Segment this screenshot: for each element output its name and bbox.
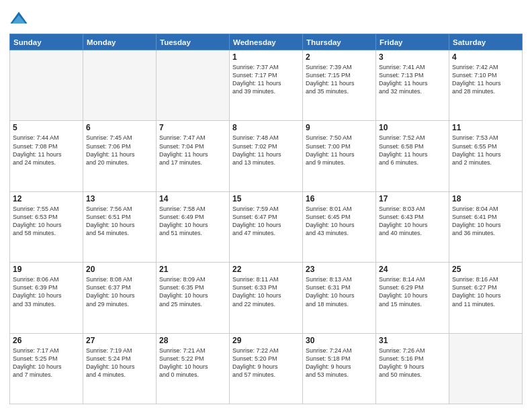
day-number: 25 bbox=[452, 265, 519, 274]
calendar-cell: 4Sunrise: 7:42 AM Sunset: 7:10 PM Daylig… bbox=[449, 50, 523, 121]
calendar-cell: 20Sunrise: 8:08 AM Sunset: 6:37 PM Dayli… bbox=[83, 263, 157, 333]
week-row-2: 5Sunrise: 7:44 AM Sunset: 7:08 PM Daylig… bbox=[10, 121, 523, 191]
calendar-cell: 9Sunrise: 7:50 AM Sunset: 7:00 PM Daylig… bbox=[303, 121, 376, 191]
day-number: 4 bbox=[452, 52, 519, 62]
day-info: Sunrise: 7:52 AM Sunset: 6:58 PM Dayligh… bbox=[379, 134, 446, 167]
day-info: Sunrise: 7:21 AM Sunset: 5:22 PM Dayligh… bbox=[159, 347, 226, 379]
day-info: Sunrise: 8:01 AM Sunset: 6:45 PM Dayligh… bbox=[306, 205, 373, 238]
calendar-cell: 7Sunrise: 7:47 AM Sunset: 7:04 PM Daylig… bbox=[157, 121, 230, 191]
calendar-cell: 11Sunrise: 7:53 AM Sunset: 6:55 PM Dayli… bbox=[449, 121, 523, 191]
day-info: Sunrise: 7:44 AM Sunset: 7:08 PM Dayligh… bbox=[13, 134, 80, 167]
day-info: Sunrise: 8:04 AM Sunset: 6:41 PM Dayligh… bbox=[452, 205, 519, 238]
day-number: 24 bbox=[379, 265, 446, 274]
day-info: Sunrise: 7:48 AM Sunset: 7:02 PM Dayligh… bbox=[232, 134, 300, 167]
day-number: 14 bbox=[159, 194, 226, 203]
week-row-4: 19Sunrise: 8:06 AM Sunset: 6:39 PM Dayli… bbox=[10, 263, 523, 333]
day-number: 1 bbox=[232, 52, 300, 62]
day-number: 27 bbox=[86, 336, 153, 345]
week-row-1: 1Sunrise: 7:37 AM Sunset: 7:17 PM Daylig… bbox=[10, 50, 523, 121]
day-number: 21 bbox=[159, 265, 226, 274]
calendar-cell: 15Sunrise: 7:59 AM Sunset: 6:47 PM Dayli… bbox=[230, 191, 303, 262]
logo bbox=[9, 9, 31, 28]
day-number: 6 bbox=[86, 123, 153, 132]
day-info: Sunrise: 7:50 AM Sunset: 7:00 PM Dayligh… bbox=[306, 134, 373, 167]
weekday-header-monday: Monday bbox=[83, 34, 157, 50]
day-info: Sunrise: 8:13 AM Sunset: 6:31 PM Dayligh… bbox=[306, 275, 373, 308]
day-number: 2 bbox=[306, 52, 373, 62]
calendar-cell: 19Sunrise: 8:06 AM Sunset: 6:39 PM Dayli… bbox=[10, 263, 83, 333]
calendar-cell: 23Sunrise: 8:13 AM Sunset: 6:31 PM Dayli… bbox=[303, 263, 376, 333]
calendar-cell: 28Sunrise: 7:21 AM Sunset: 5:22 PM Dayli… bbox=[157, 333, 230, 404]
calendar-cell: 5Sunrise: 7:44 AM Sunset: 7:08 PM Daylig… bbox=[10, 121, 83, 191]
calendar-cell: 12Sunrise: 7:55 AM Sunset: 6:53 PM Dayli… bbox=[10, 191, 83, 262]
day-number: 29 bbox=[232, 336, 300, 345]
day-number: 22 bbox=[232, 265, 300, 274]
weekday-header-row: SundayMondayTuesdayWednesdayThursdayFrid… bbox=[10, 34, 523, 50]
day-number: 16 bbox=[306, 194, 373, 203]
calendar-cell: 3Sunrise: 7:41 AM Sunset: 7:13 PM Daylig… bbox=[376, 50, 449, 121]
day-number: 17 bbox=[379, 194, 446, 203]
calendar-cell: 26Sunrise: 7:17 AM Sunset: 5:25 PM Dayli… bbox=[10, 333, 83, 404]
weekday-header-wednesday: Wednesday bbox=[230, 34, 303, 50]
day-number: 3 bbox=[379, 52, 446, 62]
day-info: Sunrise: 7:47 AM Sunset: 7:04 PM Dayligh… bbox=[159, 134, 226, 167]
day-info: Sunrise: 7:41 AM Sunset: 7:13 PM Dayligh… bbox=[379, 63, 446, 96]
day-number: 20 bbox=[86, 265, 153, 274]
day-number: 26 bbox=[13, 336, 80, 345]
calendar-cell: 8Sunrise: 7:48 AM Sunset: 7:02 PM Daylig… bbox=[230, 121, 303, 191]
calendar-table: SundayMondayTuesdayWednesdayThursdayFrid… bbox=[9, 34, 523, 404]
day-info: Sunrise: 7:26 AM Sunset: 5:16 PM Dayligh… bbox=[379, 347, 446, 379]
day-info: Sunrise: 7:19 AM Sunset: 5:24 PM Dayligh… bbox=[86, 347, 153, 379]
day-number: 15 bbox=[232, 194, 300, 203]
calendar-cell: 21Sunrise: 8:09 AM Sunset: 6:35 PM Dayli… bbox=[157, 263, 230, 333]
day-info: Sunrise: 7:24 AM Sunset: 5:18 PM Dayligh… bbox=[306, 347, 373, 379]
day-info: Sunrise: 8:08 AM Sunset: 6:37 PM Dayligh… bbox=[86, 275, 153, 308]
day-number: 12 bbox=[13, 194, 80, 203]
calendar-cell: 2Sunrise: 7:39 AM Sunset: 7:15 PM Daylig… bbox=[303, 50, 376, 121]
day-info: Sunrise: 8:09 AM Sunset: 6:35 PM Dayligh… bbox=[159, 275, 226, 308]
day-number: 9 bbox=[306, 123, 373, 132]
day-info: Sunrise: 8:14 AM Sunset: 6:29 PM Dayligh… bbox=[379, 275, 446, 308]
day-info: Sunrise: 7:37 AM Sunset: 7:17 PM Dayligh… bbox=[232, 63, 300, 96]
day-number: 8 bbox=[232, 123, 300, 132]
calendar-cell: 24Sunrise: 8:14 AM Sunset: 6:29 PM Dayli… bbox=[376, 263, 449, 333]
day-info: Sunrise: 8:06 AM Sunset: 6:39 PM Dayligh… bbox=[13, 275, 80, 308]
calendar-cell: 10Sunrise: 7:52 AM Sunset: 6:58 PM Dayli… bbox=[376, 121, 449, 191]
weekday-header-sunday: Sunday bbox=[10, 34, 83, 50]
day-info: Sunrise: 7:55 AM Sunset: 6:53 PM Dayligh… bbox=[13, 205, 80, 238]
calendar-cell: 6Sunrise: 7:45 AM Sunset: 7:06 PM Daylig… bbox=[83, 121, 157, 191]
calendar-cell: 18Sunrise: 8:04 AM Sunset: 6:41 PM Dayli… bbox=[449, 191, 523, 262]
day-number: 11 bbox=[452, 123, 519, 132]
day-number: 7 bbox=[159, 123, 226, 132]
day-info: Sunrise: 7:56 AM Sunset: 6:51 PM Dayligh… bbox=[86, 205, 153, 238]
day-info: Sunrise: 7:53 AM Sunset: 6:55 PM Dayligh… bbox=[452, 134, 519, 167]
calendar-cell bbox=[157, 50, 230, 121]
calendar-cell: 25Sunrise: 8:16 AM Sunset: 6:27 PM Dayli… bbox=[449, 263, 523, 333]
calendar-cell: 31Sunrise: 7:26 AM Sunset: 5:16 PM Dayli… bbox=[376, 333, 449, 404]
weekday-header-tuesday: Tuesday bbox=[157, 34, 230, 50]
calendar-cell: 16Sunrise: 8:01 AM Sunset: 6:45 PM Dayli… bbox=[303, 191, 376, 262]
calendar-cell: 30Sunrise: 7:24 AM Sunset: 5:18 PM Dayli… bbox=[303, 333, 376, 404]
logo-icon bbox=[9, 9, 28, 28]
day-info: Sunrise: 7:45 AM Sunset: 7:06 PM Dayligh… bbox=[86, 134, 153, 167]
day-info: Sunrise: 8:16 AM Sunset: 6:27 PM Dayligh… bbox=[452, 275, 519, 308]
day-info: Sunrise: 7:22 AM Sunset: 5:20 PM Dayligh… bbox=[232, 347, 300, 379]
week-row-3: 12Sunrise: 7:55 AM Sunset: 6:53 PM Dayli… bbox=[10, 191, 523, 262]
day-number: 19 bbox=[13, 265, 80, 274]
calendar-cell bbox=[449, 333, 523, 404]
calendar-cell: 27Sunrise: 7:19 AM Sunset: 5:24 PM Dayli… bbox=[83, 333, 157, 404]
week-row-5: 26Sunrise: 7:17 AM Sunset: 5:25 PM Dayli… bbox=[10, 333, 523, 404]
calendar-cell: 22Sunrise: 8:11 AM Sunset: 6:33 PM Dayli… bbox=[230, 263, 303, 333]
day-info: Sunrise: 7:59 AM Sunset: 6:47 PM Dayligh… bbox=[232, 205, 300, 238]
day-info: Sunrise: 7:39 AM Sunset: 7:15 PM Dayligh… bbox=[306, 63, 373, 96]
header bbox=[9, 7, 523, 28]
day-number: 10 bbox=[379, 123, 446, 132]
calendar-cell: 29Sunrise: 7:22 AM Sunset: 5:20 PM Dayli… bbox=[230, 333, 303, 404]
calendar-cell: 14Sunrise: 7:58 AM Sunset: 6:49 PM Dayli… bbox=[157, 191, 230, 262]
day-info: Sunrise: 7:42 AM Sunset: 7:10 PM Dayligh… bbox=[452, 63, 519, 96]
weekday-header-friday: Friday bbox=[376, 34, 449, 50]
weekday-header-thursday: Thursday bbox=[303, 34, 376, 50]
calendar-container: SundayMondayTuesdayWednesdayThursdayFrid… bbox=[0, 0, 532, 411]
day-number: 23 bbox=[306, 265, 373, 274]
calendar-cell bbox=[10, 50, 83, 121]
